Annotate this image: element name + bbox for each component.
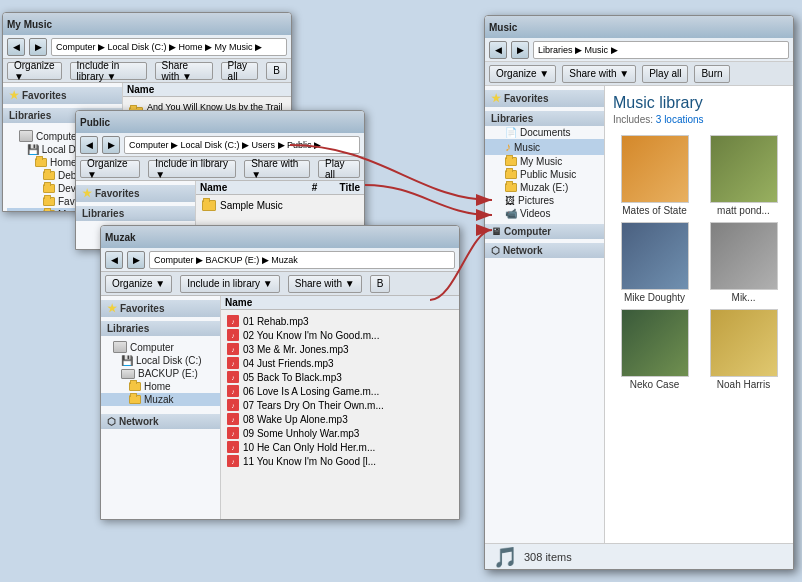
include-library-btn[interactable]: Include in library ▼ (148, 160, 236, 178)
favorites-header[interactable]: ★ Favorites (76, 185, 195, 202)
list-item[interactable]: ♪01 Rehab.mp3 (225, 314, 455, 328)
include-library-btn[interactable]: Include in library ▼ (70, 62, 147, 80)
file-name: 06 Love Is A Losing Game.m... (243, 386, 379, 397)
album-cover (710, 309, 778, 377)
album-label: Mik... (732, 292, 756, 303)
network-header[interactable]: ⬡ Network (485, 243, 604, 258)
title-col: Title (340, 182, 360, 193)
list-item[interactable]: ♪10 He Can Only Hold Her.m... (225, 440, 455, 454)
hash-col: # (312, 182, 340, 193)
favorites-header[interactable]: ★ Favorites (3, 87, 122, 104)
organize-btn[interactable]: Organize ▼ (489, 65, 556, 83)
muzak-item[interactable]: Muzak (E:) (485, 181, 604, 194)
win3-main: Name ♪01 Rehab.mp3 ♪02 You Know I'm No G… (221, 296, 459, 519)
album-item[interactable]: Mik... (702, 222, 785, 303)
list-item[interactable]: ♪07 Tears Dry On Their Own.m... (225, 398, 455, 412)
win3-addressbar: ◀ ▶ Computer ▶ BACKUP (E:) ▶ Muzak (101, 248, 459, 272)
libraries-header[interactable]: Libraries (101, 321, 220, 336)
favorites-header[interactable]: ★ Favorites (101, 300, 220, 317)
home-node[interactable]: Home (101, 380, 220, 393)
file-name: 08 Wake Up Alone.mp3 (243, 414, 348, 425)
win2-title: Public (80, 117, 110, 128)
file-name: 04 Just Friends.mp3 (243, 358, 334, 369)
mymusic-item[interactable]: My Music (485, 155, 604, 168)
play-all-btn[interactable]: Play all (642, 65, 688, 83)
backup-node[interactable]: BACKUP (E:) (101, 367, 220, 380)
back-button[interactable]: ◀ (7, 38, 25, 56)
includes-label: Includes: (613, 114, 653, 125)
album-item[interactable]: Mates of State (613, 135, 696, 216)
album-item[interactable]: Mike Doughty (613, 222, 696, 303)
burn-btn[interactable]: B (266, 62, 287, 80)
organize-btn[interactable]: Organize ▼ (80, 160, 140, 178)
forward-button[interactable]: ▶ (127, 251, 145, 269)
pictures-item[interactable]: 🖼 Pictures (485, 194, 604, 207)
forward-button[interactable]: ▶ (102, 136, 120, 154)
include-library-btn[interactable]: Include in library ▼ (180, 275, 280, 293)
album-label: Noah Harris (717, 379, 770, 390)
music-file-icon: ♪ (227, 343, 239, 355)
forward-button[interactable]: ▶ (511, 41, 529, 59)
play-all-btn[interactable]: Play all (318, 160, 360, 178)
ml-statusbar: 🎵 308 items (485, 543, 793, 569)
publicmusic-item[interactable]: Public Music (485, 168, 604, 181)
favorites-header[interactable]: ★ Favorites (485, 90, 604, 107)
list-item[interactable]: Sample Music (200, 199, 360, 212)
ml-body: ★ Favorites Libraries 📄 Documents ♪ Musi… (485, 86, 793, 543)
share-with-btn[interactable]: Share with ▼ (288, 275, 362, 293)
music-file-icon: ♪ (227, 427, 239, 439)
organize-btn[interactable]: Organize ▼ (105, 275, 172, 293)
list-item[interactable]: ♪03 Me & Mr. Jones.mp3 (225, 342, 455, 356)
muzak-window[interactable]: Muzak ◀ ▶ Computer ▶ BACKUP (E:) ▶ Muzak… (100, 225, 460, 520)
win2-path[interactable]: Computer ▶ Local Disk (C:) ▶ Users ▶ Pub… (124, 136, 360, 154)
videos-item[interactable]: 📹 Videos (485, 207, 604, 220)
back-button[interactable]: ◀ (489, 41, 507, 59)
computer-header[interactable]: 🖥 Computer (485, 224, 604, 239)
file-name: 05 Back To Black.mp3 (243, 372, 342, 383)
burn-btn[interactable]: B (370, 275, 391, 293)
back-button[interactable]: ◀ (80, 136, 98, 154)
share-with-btn[interactable]: Share with ▼ (155, 62, 213, 80)
win1-path[interactable]: Computer ▶ Local Disk (C:) ▶ Home ▶ My M… (51, 38, 287, 56)
list-item[interactable]: ♪08 Wake Up Alone.mp3 (225, 412, 455, 426)
ml-path[interactable]: Libraries ▶ Music ▶ (533, 41, 789, 59)
forward-button[interactable]: ▶ (29, 38, 47, 56)
muzak-node[interactable]: Muzak (101, 393, 220, 406)
libraries-header[interactable]: Libraries (485, 111, 604, 126)
burn-btn[interactable]: Burn (694, 65, 729, 83)
includes-link[interactable]: 3 locations (656, 114, 704, 125)
ml-titlebar: Music (485, 16, 793, 38)
music-library-window[interactable]: Music ◀ ▶ Libraries ▶ Music ▶ Organize ▼… (484, 15, 794, 570)
album-item[interactable]: matt pond... (702, 135, 785, 216)
library-icon: 🎵 (493, 545, 518, 569)
win1-titlebar: My Music (3, 13, 291, 35)
ml-addressbar: ◀ ▶ Libraries ▶ Music ▶ (485, 38, 793, 62)
win2-addressbar: ◀ ▶ Computer ▶ Local Disk (C:) ▶ Users ▶… (76, 133, 364, 157)
network-header[interactable]: ⬡ Network (101, 414, 220, 429)
share-with-btn[interactable]: Share with ▼ (244, 160, 310, 178)
album-item[interactable]: Noah Harris (702, 309, 785, 390)
list-item[interactable]: ♪05 Back To Black.mp3 (225, 370, 455, 384)
music-item[interactable]: ♪ Music (485, 139, 604, 155)
local-disk-node[interactable]: 💾 Local Disk (C:) (101, 354, 220, 367)
organize-btn[interactable]: Organize ▼ (7, 62, 62, 80)
music-file-icon: ♪ (227, 399, 239, 411)
win3-path[interactable]: Computer ▶ BACKUP (E:) ▶ Muzak (149, 251, 455, 269)
list-item[interactable]: ♪09 Some Unholy War.mp3 (225, 426, 455, 440)
file-name: 02 You Know I'm No Good.m... (243, 330, 379, 341)
list-item[interactable]: ♪06 Love Is A Losing Game.m... (225, 384, 455, 398)
play-all-btn[interactable]: Play all (221, 62, 259, 80)
list-item[interactable]: ♪04 Just Friends.mp3 (225, 356, 455, 370)
computer-node[interactable]: Computer (101, 340, 220, 354)
win3-sidebar: ★ Favorites Libraries Computer 💾 Local D… (101, 296, 221, 519)
list-item[interactable]: ♪11 You Know I'm No Good [l... (225, 454, 455, 468)
libraries-header[interactable]: Libraries (76, 206, 195, 221)
documents-item[interactable]: 📄 Documents (485, 126, 604, 139)
back-button[interactable]: ◀ (105, 251, 123, 269)
file-name: 03 Me & Mr. Jones.mp3 (243, 344, 349, 355)
ml-main: Music library Includes: 3 locations Mate… (605, 86, 793, 543)
list-item[interactable]: ♪02 You Know I'm No Good.m... (225, 328, 455, 342)
file-name: 11 You Know I'm No Good [l... (243, 456, 376, 467)
share-with-btn[interactable]: Share with ▼ (562, 65, 636, 83)
album-item[interactable]: Neko Case (613, 309, 696, 390)
